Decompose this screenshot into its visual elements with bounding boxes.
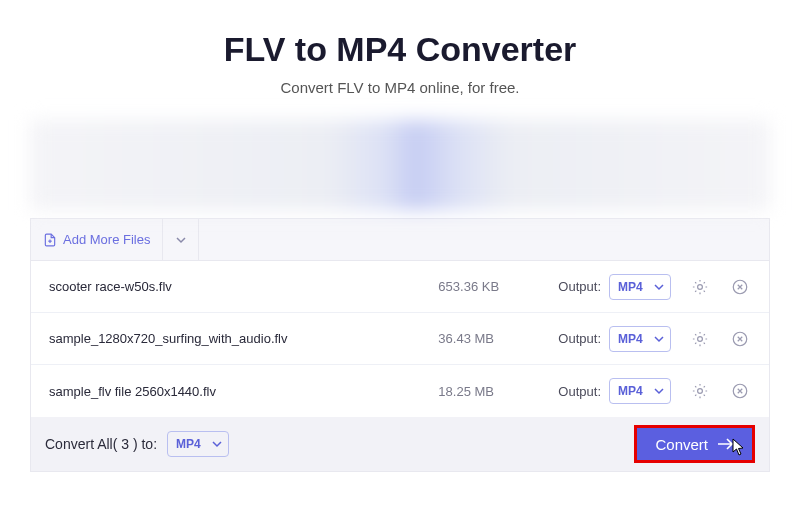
gear-icon: [691, 330, 709, 348]
output-label: Output:: [558, 384, 601, 399]
dropzone-blur[interactable]: [30, 120, 770, 210]
convert-button-label: Convert: [655, 436, 708, 453]
file-row: scooter race-w50s.flv 653.36 KB Output: …: [31, 261, 769, 313]
close-icon: [731, 382, 749, 400]
toolbar: Add More Files: [31, 219, 769, 261]
svg-point-4: [698, 389, 703, 394]
settings-button[interactable]: [689, 328, 711, 350]
output-label: Output:: [558, 331, 601, 346]
page-title: FLV to MP4 Converter: [30, 30, 770, 69]
convert-all-label: Convert All( 3 ) to:: [45, 436, 157, 452]
output-format-value: MP4: [618, 332, 643, 346]
cursor-icon: [732, 438, 746, 456]
gear-icon: [691, 382, 709, 400]
remove-button[interactable]: [729, 328, 751, 350]
file-size: 36.43 MB: [438, 331, 538, 346]
file-size: 18.25 MB: [438, 384, 538, 399]
file-size: 653.36 KB: [438, 279, 538, 294]
remove-button[interactable]: [729, 380, 751, 402]
settings-button[interactable]: [689, 276, 711, 298]
svg-point-2: [698, 336, 703, 341]
page-subtitle: Convert FLV to MP4 online, for free.: [30, 79, 770, 96]
file-name: sample_flv file 2560x1440.flv: [49, 384, 438, 399]
close-icon: [731, 278, 749, 296]
remove-button[interactable]: [729, 276, 751, 298]
convert-all-format-select[interactable]: MP4: [167, 431, 229, 457]
add-more-files-button[interactable]: Add More Files: [31, 219, 163, 260]
file-row: sample_1280x720_surfing_with_audio.flv 3…: [31, 313, 769, 365]
output-format-value: MP4: [618, 384, 643, 398]
svg-point-0: [698, 284, 703, 289]
file-name: sample_1280x720_surfing_with_audio.flv: [49, 331, 438, 346]
file-name: scooter race-w50s.flv: [49, 279, 438, 294]
convert-button[interactable]: Convert: [634, 425, 755, 463]
file-add-icon: [43, 232, 57, 248]
add-dropdown-button[interactable]: [163, 219, 199, 260]
output-label: Output:: [558, 279, 601, 294]
settings-button[interactable]: [689, 380, 711, 402]
add-more-files-label: Add More Files: [63, 232, 150, 247]
chevron-down-icon: [654, 282, 664, 292]
chevron-down-icon: [212, 439, 222, 449]
footer-bar: Convert All( 3 ) to: MP4 Convert: [31, 417, 769, 471]
output-format-value: MP4: [618, 280, 643, 294]
output-format-select[interactable]: MP4: [609, 326, 671, 352]
chevron-down-icon: [654, 334, 664, 344]
file-row: sample_flv file 2560x1440.flv 18.25 MB O…: [31, 365, 769, 417]
chevron-down-icon: [654, 386, 664, 396]
output-format-select[interactable]: MP4: [609, 274, 671, 300]
close-icon: [731, 330, 749, 348]
file-panel: Add More Files scooter race-w50s.flv 653…: [30, 218, 770, 472]
chevron-down-icon: [176, 235, 186, 245]
convert-all-format-value: MP4: [176, 437, 201, 451]
arrow-right-icon: [718, 438, 734, 450]
gear-icon: [691, 278, 709, 296]
output-format-select[interactable]: MP4: [609, 378, 671, 404]
